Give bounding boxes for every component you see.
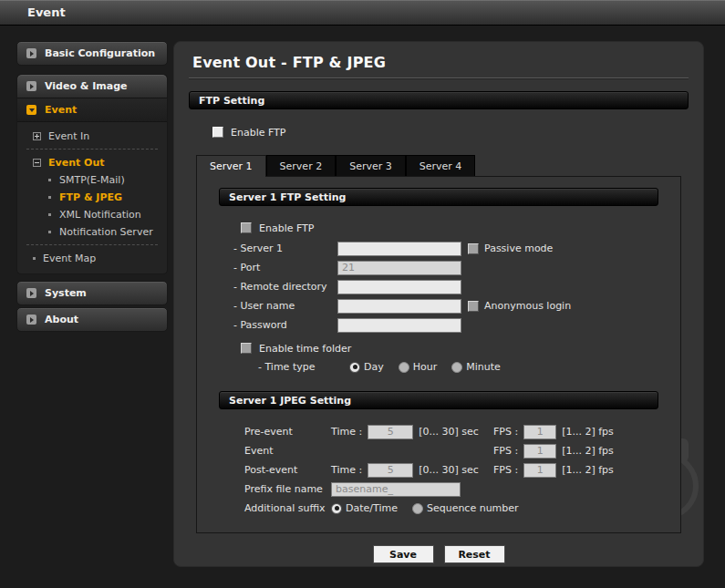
sidebar: Basic Configuration Video & Image Event … (16, 41, 168, 332)
tree-item-label: Event Out (48, 157, 105, 169)
tree-item-label: Notification Server (59, 226, 153, 238)
prefix-file-name-row: Prefix file name (244, 480, 669, 499)
bullet-icon (48, 196, 51, 199)
post-event-fps-input[interactable] (523, 463, 556, 478)
remote-directory-row: - Remote directory (233, 277, 669, 296)
event-tree: Event In Event Out SMTP(E-Mail) FTP & JP… (17, 122, 167, 273)
tree-item-label: Event In (48, 130, 89, 142)
enable-time-folder-row: Enable time folder (241, 339, 669, 357)
pre-event-time-label: Time : (331, 426, 362, 438)
anonymous-login-checkbox[interactable] (468, 301, 479, 312)
event-row: Event FPS : [1... 2] fps (244, 441, 669, 460)
form-actions: Save Reset (174, 545, 703, 563)
bullet-icon (48, 213, 51, 216)
sidebar-item-event-map[interactable]: Event Map (17, 249, 167, 267)
post-event-fps-range: [1... 2] fps (562, 464, 614, 476)
port-label: - Port (233, 262, 337, 273)
remote-directory-input[interactable] (337, 280, 461, 294)
suffix-datetime-label: Date/Time (346, 502, 398, 514)
tab-server-4[interactable]: Server 4 (406, 155, 476, 176)
bullet-icon (48, 231, 51, 233)
suffix-sequence-radio[interactable] (412, 503, 423, 514)
sidebar-item-notification-server[interactable]: Notification Server (17, 223, 167, 241)
time-type-label: - Time type (258, 361, 349, 373)
arrow-down-icon (26, 105, 36, 115)
port-input[interactable] (337, 261, 461, 275)
sidebar-item-event-in[interactable]: Event In (17, 127, 167, 145)
reset-button[interactable]: Reset (444, 545, 505, 563)
tab-server-1[interactable]: Server 1 (196, 155, 266, 177)
enable-time-folder-checkbox[interactable] (241, 343, 252, 354)
time-type-day-label: Day (364, 361, 384, 373)
passive-mode-label: Passive mode (484, 242, 553, 254)
pre-event-time-input[interactable] (368, 425, 413, 439)
additional-suffix-label: Additional suffix (244, 502, 331, 514)
sidebar-item-video-image[interactable]: Video & Image (17, 75, 167, 98)
server1-enable-ftp-label: Enable FTP (259, 222, 314, 234)
password-label: - Password (233, 319, 337, 331)
sidebar-item-basic-configuration[interactable]: Basic Configuration (16, 41, 168, 66)
suffix-datetime-radio[interactable] (331, 503, 342, 514)
time-type-minute-radio[interactable] (451, 362, 462, 373)
server1-enable-ftp-row: Enable FTP (241, 219, 669, 237)
tree-divider (26, 149, 158, 150)
arrow-right-icon (26, 288, 36, 298)
prefix-file-name-input[interactable] (331, 482, 461, 497)
enable-time-folder-label: Enable time folder (259, 343, 351, 355)
event-fps-range: [1... 2] fps (562, 445, 614, 457)
arrow-right-icon (26, 48, 36, 58)
pre-event-fps-label: FPS : (493, 426, 518, 438)
expand-plus-icon[interactable] (33, 132, 41, 140)
post-event-fps-label: FPS : (493, 464, 518, 476)
sidebar-item-label: System (45, 287, 87, 299)
sidebar-item-xml-notification[interactable]: XML Notification (17, 206, 167, 223)
post-event-time-input[interactable] (368, 463, 413, 478)
server-tabs: Server 1 Server 2 Server 3 Server 4 (196, 155, 703, 176)
server1-ftp-setting-header: Server 1 FTP Setting (219, 188, 658, 206)
sidebar-item-event[interactable]: Event (17, 98, 167, 122)
pre-event-fps-range: [1... 2] fps (562, 426, 614, 438)
port-row: - Port (233, 258, 669, 277)
tree-item-label: Event Map (43, 253, 96, 264)
event-label: Event (244, 445, 331, 457)
sidebar-item-event-out[interactable]: Event Out (17, 153, 167, 171)
user-name-label: - User name (233, 300, 337, 312)
tab-server-3[interactable]: Server 3 (336, 155, 406, 176)
user-name-row: - User name Anonymous login (233, 296, 669, 315)
enable-ftp-label: Enable FTP (231, 127, 285, 139)
title-divider (189, 77, 689, 79)
enable-ftp-checkbox[interactable] (212, 127, 223, 138)
arrow-right-icon (26, 81, 36, 91)
time-type-day-radio[interactable] (349, 362, 360, 373)
event-fps-input[interactable] (523, 444, 556, 459)
window-title: Event (27, 5, 66, 19)
arrow-right-icon (26, 315, 36, 325)
passive-mode-checkbox[interactable] (468, 243, 479, 254)
pre-event-time-range: [0... 30] sec (419, 426, 479, 438)
pre-event-row: Pre-event Time : [0... 30] sec FPS : [1.… (244, 422, 669, 441)
save-button[interactable]: Save (373, 545, 434, 563)
sidebar-item-ftp-jpeg[interactable]: FTP & JPEG (17, 189, 167, 206)
time-type-minute-label: Minute (466, 361, 501, 373)
time-type-hour-radio[interactable] (399, 362, 409, 373)
sidebar-item-smtp-email[interactable]: SMTP(E-Mail) (17, 171, 167, 189)
collapse-minus-icon[interactable] (33, 159, 41, 167)
server-address-input[interactable] (337, 242, 461, 256)
remote-directory-label: - Remote directory (233, 281, 337, 293)
page-title: Event Out - FTP & JPEG (174, 42, 703, 71)
tab-server-2[interactable]: Server 2 (266, 155, 337, 176)
sidebar-item-label: Event (45, 104, 77, 116)
main-panel: Event Out - FTP & JPEG FTP Setting Enabl… (173, 41, 704, 567)
pre-event-fps-input[interactable] (523, 425, 556, 439)
server-address-row: - Server 1 Passive mode (233, 239, 669, 258)
password-input[interactable] (337, 318, 461, 333)
post-event-time-range: [0... 30] sec (419, 464, 479, 476)
sidebar-item-system[interactable]: System (16, 281, 168, 305)
server1-enable-ftp-checkbox[interactable] (241, 222, 252, 233)
sidebar-item-label: About (45, 314, 78, 325)
bullet-icon (48, 179, 51, 181)
tree-divider (26, 244, 158, 245)
user-name-input[interactable] (337, 299, 461, 314)
ftp-setting-header: FTP Setting (189, 91, 689, 109)
sidebar-item-about[interactable]: About (16, 307, 168, 332)
